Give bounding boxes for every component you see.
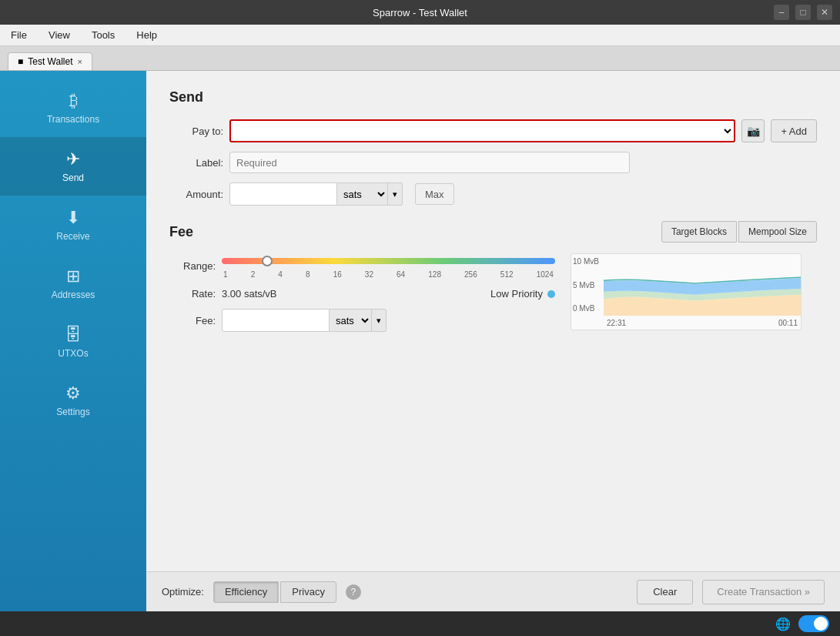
amount-label: Amount:: [169, 189, 223, 200]
amount-row: Amount: sats BTC mBTC ▾ Max: [169, 182, 817, 206]
pay-to-label: Pay to:: [169, 126, 223, 137]
create-transaction-button[interactable]: Create Transaction »: [702, 580, 825, 604]
menu-file[interactable]: File: [6, 28, 32, 42]
camera-button[interactable]: 📷: [741, 119, 765, 142]
sidebar-item-send[interactable]: ✈ Send: [0, 137, 146, 196]
label-input[interactable]: [229, 152, 630, 173]
fee-amount-input[interactable]: [222, 309, 330, 332]
fee-label: Fee:: [169, 315, 216, 326]
chart-y-top: 10 MvB: [573, 257, 601, 266]
chart-y-bottom: 0 MvB: [573, 304, 601, 313]
mempool-size-button[interactable]: Mempool Size: [738, 221, 817, 243]
window-controls: – □ ✕: [774, 5, 832, 20]
fee-input-row: Fee: sats BTC ▾: [169, 309, 555, 332]
settings-icon: ⚙: [65, 383, 81, 403]
sidebar-label-addresses: Addresses: [52, 290, 95, 300]
chart-x-labels: 22:31 00:11: [604, 316, 801, 330]
toggle-switch[interactable]: [798, 615, 829, 632]
amount-input[interactable]: [229, 182, 337, 206]
sidebar-label-transactions: Transactions: [47, 114, 99, 125]
bottom-bar: Optimize: Efficiency Privacy ? Clear Cre…: [146, 571, 840, 611]
add-button[interactable]: + Add: [771, 119, 817, 142]
menubar: File View Tools Help: [0, 25, 840, 46]
fee-header: Fee Target Blocks Mempool Size: [169, 221, 817, 243]
range-label: Range:: [169, 260, 216, 272]
clear-button[interactable]: Clear: [637, 580, 693, 604]
pay-to-input[interactable]: [229, 119, 735, 142]
main-layout: ₿ Transactions ✈ Send ⬇ Receive ⊞ Addres…: [0, 71, 840, 611]
amount-group: sats BTC mBTC ▾: [229, 182, 403, 206]
maximize-button[interactable]: □: [795, 5, 811, 20]
rate-row: Rate: 3.00 sats/vB Low Priority: [169, 288, 555, 300]
transactions-icon: ₿: [69, 91, 78, 111]
max-button[interactable]: Max: [415, 183, 454, 205]
wallet-tab[interactable]: ■ Test Wallet ×: [8, 52, 92, 70]
range-track: [222, 258, 555, 264]
amount-unit-select[interactable]: sats BTC mBTC: [337, 182, 388, 206]
tab-icon: ■: [18, 56, 23, 67]
camera-icon: 📷: [747, 125, 760, 137]
help-icon[interactable]: ?: [346, 584, 361, 600]
tab-close-button[interactable]: ×: [78, 57, 82, 66]
range-container: 1 2 4 8 16 32 64 128 256 512 1024: [222, 253, 555, 279]
optimize-label: Optimize:: [162, 586, 204, 598]
fee-left: Range: 1 2 4 8: [169, 253, 555, 341]
label-label: Label:: [169, 157, 223, 169]
utxos-icon: 🗄: [65, 325, 82, 345]
fee-chart-container: 10 MvB 5 MvB 0 MvB: [571, 253, 817, 341]
fee-title: Fee: [169, 224, 193, 240]
fee-unit-dropdown-arrow[interactable]: ▾: [372, 309, 387, 332]
efficiency-button[interactable]: Efficiency: [213, 581, 279, 603]
fee-buttons: Target Blocks Mempool Size: [661, 221, 817, 243]
sidebar-label-settings: Settings: [56, 407, 89, 417]
fee-section: Fee Target Blocks Mempool Size Range:: [169, 221, 817, 341]
menu-tools[interactable]: Tools: [87, 28, 119, 42]
chart-x-start: 22:31: [607, 319, 626, 327]
sidebar-item-transactions[interactable]: ₿ Transactions: [0, 79, 146, 137]
target-blocks-button[interactable]: Target Blocks: [661, 221, 737, 243]
optimize-buttons: Efficiency Privacy: [213, 581, 336, 603]
priority-badge: Low Priority: [490, 288, 555, 300]
close-button[interactable]: ✕: [817, 5, 832, 20]
fee-unit-select[interactable]: sats BTC: [330, 309, 372, 332]
tabbar: ■ Test Wallet ×: [0, 46, 840, 71]
content-area: Send Pay to: 📷 + Add Label: Amount:: [146, 71, 840, 611]
toggle-thumb: [814, 617, 828, 631]
question-mark: ?: [351, 587, 356, 598]
chart-y-labels: 10 MvB 5 MvB 0 MvB: [571, 254, 604, 316]
rate-label: Rate:: [169, 288, 216, 300]
range-labels: 1 2 4 8 16 32 64 128 256 512 1024: [222, 270, 555, 279]
sidebar-item-utxos[interactable]: 🗄 UTXOs: [0, 313, 146, 371]
send-title: Send: [169, 89, 817, 105]
minimize-button[interactable]: –: [774, 5, 789, 20]
mempool-chart: 10 MvB 5 MvB 0 MvB: [571, 253, 802, 330]
privacy-button[interactable]: Privacy: [280, 581, 336, 603]
priority-dot: [547, 290, 555, 298]
titlebar: Sparrow - Test Wallet – □ ✕: [0, 0, 840, 25]
receive-icon: ⬇: [66, 208, 80, 228]
sidebar: ₿ Transactions ✈ Send ⬇ Receive ⊞ Addres…: [0, 71, 146, 611]
priority-label: Low Priority: [490, 288, 543, 300]
rate-value: 3.00 sats/vB: [222, 288, 277, 300]
range-row: Range: 1 2 4 8: [169, 253, 555, 279]
menu-view[interactable]: View: [44, 28, 75, 42]
fee-amount-group: sats BTC ▾: [222, 309, 387, 332]
chart-x-end: 00:11: [778, 319, 798, 327]
chart-y-mid: 5 MvB: [573, 281, 601, 290]
range-thumb[interactable]: [262, 256, 273, 266]
range-slider-wrapper: [222, 253, 555, 269]
sidebar-item-addresses[interactable]: ⊞ Addresses: [0, 254, 146, 313]
menu-help[interactable]: Help: [132, 28, 162, 42]
unit-dropdown-arrow[interactable]: ▾: [388, 182, 403, 206]
sidebar-label-utxos: UTXOs: [58, 348, 88, 359]
sidebar-label-receive: Receive: [56, 231, 89, 242]
sidebar-item-settings[interactable]: ⚙ Settings: [0, 371, 146, 430]
pay-to-row: Pay to: 📷 + Add: [169, 119, 817, 142]
sidebar-item-receive[interactable]: ⬇ Receive: [0, 196, 146, 254]
pay-to-container: 📷 + Add: [229, 119, 817, 142]
addresses-icon: ⊞: [66, 266, 80, 286]
fee-content: Range: 1 2 4 8: [169, 253, 817, 341]
label-row: Label:: [169, 152, 817, 173]
send-icon: ✈: [66, 149, 80, 169]
statusbar: 🌐: [0, 611, 840, 636]
